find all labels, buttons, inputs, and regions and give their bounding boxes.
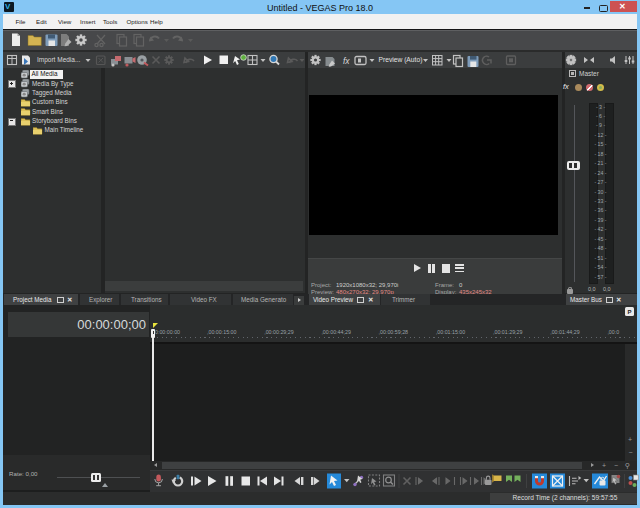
svg-text:fx: fx	[343, 56, 350, 66]
